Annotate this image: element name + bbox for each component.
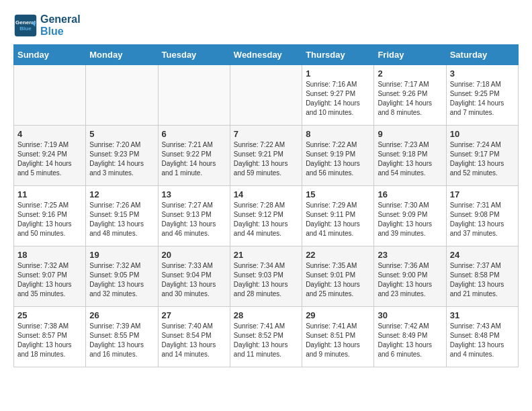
calendar-cell: 5Sunrise: 7:20 AM Sunset: 9:23 PM Daylig… bbox=[86, 126, 158, 186]
calendar-week: 25Sunrise: 7:38 AM Sunset: 8:57 PM Dayli… bbox=[14, 307, 519, 367]
cell-content: Sunrise: 7:37 AM Sunset: 8:58 PM Dayligh… bbox=[450, 261, 515, 299]
cell-content: Sunrise: 7:34 AM Sunset: 9:03 PM Dayligh… bbox=[234, 261, 298, 299]
calendar-cell bbox=[158, 65, 230, 126]
weekday-header: Thursday bbox=[302, 45, 374, 65]
calendar-cell: 24Sunrise: 7:37 AM Sunset: 8:58 PM Dayli… bbox=[446, 246, 518, 307]
day-number: 5 bbox=[89, 129, 154, 139]
cell-content: Sunrise: 7:16 AM Sunset: 9:27 PM Dayligh… bbox=[306, 80, 370, 118]
day-number: 6 bbox=[162, 129, 226, 139]
calendar-cell: 12Sunrise: 7:26 AM Sunset: 9:15 PM Dayli… bbox=[86, 186, 158, 246]
day-number: 28 bbox=[234, 310, 298, 320]
cell-content: Sunrise: 7:26 AM Sunset: 9:15 PM Dayligh… bbox=[89, 201, 154, 238]
cell-content: Sunrise: 7:36 AM Sunset: 9:00 PM Dayligh… bbox=[378, 261, 442, 299]
calendar-cell: 23Sunrise: 7:36 AM Sunset: 9:00 PM Dayli… bbox=[374, 246, 446, 307]
cell-content: Sunrise: 7:19 AM Sunset: 9:24 PM Dayligh… bbox=[17, 140, 82, 178]
weekday-header: Saturday bbox=[446, 45, 518, 65]
weekday-header: Tuesday bbox=[158, 45, 230, 65]
day-number: 25 bbox=[17, 310, 82, 320]
cell-content: Sunrise: 7:29 AM Sunset: 9:11 PM Dayligh… bbox=[306, 201, 370, 238]
calendar-cell: 19Sunrise: 7:32 AM Sunset: 9:05 PM Dayli… bbox=[86, 246, 158, 307]
calendar-cell: 15Sunrise: 7:29 AM Sunset: 9:11 PM Dayli… bbox=[302, 186, 374, 246]
day-number: 12 bbox=[89, 189, 154, 199]
cell-content: Sunrise: 7:32 AM Sunset: 9:07 PM Dayligh… bbox=[17, 261, 82, 299]
logo-text-line1: General bbox=[40, 13, 81, 26]
header: General Blue General Blue bbox=[13, 13, 519, 38]
calendar-cell: 7Sunrise: 7:22 AM Sunset: 9:21 PM Daylig… bbox=[230, 126, 302, 186]
cell-content: Sunrise: 7:30 AM Sunset: 9:09 PM Dayligh… bbox=[378, 201, 442, 238]
cell-content: Sunrise: 7:28 AM Sunset: 9:12 PM Dayligh… bbox=[234, 201, 298, 238]
header-row: SundayMondayTuesdayWednesdayThursdayFrid… bbox=[14, 45, 519, 65]
day-number: 13 bbox=[162, 189, 226, 199]
day-number: 7 bbox=[234, 129, 298, 139]
calendar-cell: 28Sunrise: 7:41 AM Sunset: 8:52 PM Dayli… bbox=[230, 307, 302, 367]
calendar-cell: 14Sunrise: 7:28 AM Sunset: 9:12 PM Dayli… bbox=[230, 186, 302, 246]
calendar-cell: 21Sunrise: 7:34 AM Sunset: 9:03 PM Dayli… bbox=[230, 246, 302, 307]
svg-text:Blue: Blue bbox=[19, 26, 32, 32]
day-number: 11 bbox=[17, 189, 82, 199]
cell-content: Sunrise: 7:25 AM Sunset: 9:16 PM Dayligh… bbox=[17, 201, 82, 238]
calendar-cell: 8Sunrise: 7:22 AM Sunset: 9:19 PM Daylig… bbox=[302, 126, 374, 186]
calendar-cell: 3Sunrise: 7:18 AM Sunset: 9:25 PM Daylig… bbox=[446, 65, 518, 126]
day-number: 15 bbox=[306, 189, 370, 199]
calendar-cell: 31Sunrise: 7:43 AM Sunset: 8:48 PM Dayli… bbox=[446, 307, 518, 367]
calendar-cell bbox=[86, 65, 158, 126]
day-number: 9 bbox=[378, 129, 442, 139]
calendar-cell: 17Sunrise: 7:31 AM Sunset: 9:08 PM Dayli… bbox=[446, 186, 518, 246]
day-number: 20 bbox=[162, 250, 226, 260]
logo: General Blue General Blue bbox=[13, 13, 81, 38]
weekday-header: Friday bbox=[374, 45, 446, 65]
day-number: 23 bbox=[378, 250, 442, 260]
cell-content: Sunrise: 7:27 AM Sunset: 9:13 PM Dayligh… bbox=[162, 201, 226, 238]
weekday-header: Sunday bbox=[14, 45, 86, 65]
day-number: 3 bbox=[450, 68, 515, 79]
cell-content: Sunrise: 7:22 AM Sunset: 9:19 PM Dayligh… bbox=[306, 140, 370, 178]
calendar-cell: 2Sunrise: 7:17 AM Sunset: 9:26 PM Daylig… bbox=[374, 65, 446, 126]
calendar-week: 1Sunrise: 7:16 AM Sunset: 9:27 PM Daylig… bbox=[14, 65, 519, 126]
day-number: 8 bbox=[306, 129, 370, 139]
calendar-cell bbox=[230, 65, 302, 126]
cell-content: Sunrise: 7:40 AM Sunset: 8:54 PM Dayligh… bbox=[162, 322, 226, 359]
cell-content: Sunrise: 7:22 AM Sunset: 9:21 PM Dayligh… bbox=[234, 140, 298, 178]
logo-text-line2: Blue bbox=[40, 26, 81, 38]
calendar-cell: 10Sunrise: 7:24 AM Sunset: 9:17 PM Dayli… bbox=[446, 126, 518, 186]
calendar-body: 1Sunrise: 7:16 AM Sunset: 9:27 PM Daylig… bbox=[14, 65, 519, 367]
day-number: 2 bbox=[378, 68, 442, 79]
calendar-cell: 18Sunrise: 7:32 AM Sunset: 9:07 PM Dayli… bbox=[14, 246, 86, 307]
day-number: 18 bbox=[17, 250, 82, 260]
cell-content: Sunrise: 7:23 AM Sunset: 9:18 PM Dayligh… bbox=[378, 140, 442, 178]
cell-content: Sunrise: 7:43 AM Sunset: 8:48 PM Dayligh… bbox=[450, 322, 515, 359]
day-number: 27 bbox=[162, 310, 226, 320]
weekday-header: Monday bbox=[86, 45, 158, 65]
cell-content: Sunrise: 7:41 AM Sunset: 8:51 PM Dayligh… bbox=[306, 322, 370, 359]
weekday-header: Wednesday bbox=[230, 45, 302, 65]
calendar-cell: 1Sunrise: 7:16 AM Sunset: 9:27 PM Daylig… bbox=[302, 65, 374, 126]
calendar-cell: 16Sunrise: 7:30 AM Sunset: 9:09 PM Dayli… bbox=[374, 186, 446, 246]
calendar-cell: 9Sunrise: 7:23 AM Sunset: 9:18 PM Daylig… bbox=[374, 126, 446, 186]
day-number: 29 bbox=[306, 310, 370, 320]
calendar-week: 18Sunrise: 7:32 AM Sunset: 9:07 PM Dayli… bbox=[14, 246, 519, 307]
day-number: 24 bbox=[450, 250, 515, 260]
calendar-table: SundayMondayTuesdayWednesdayThursdayFrid… bbox=[13, 44, 519, 367]
day-number: 30 bbox=[378, 310, 442, 320]
cell-content: Sunrise: 7:17 AM Sunset: 9:26 PM Dayligh… bbox=[378, 80, 442, 118]
cell-content: Sunrise: 7:41 AM Sunset: 8:52 PM Dayligh… bbox=[234, 322, 298, 359]
calendar-cell: 25Sunrise: 7:38 AM Sunset: 8:57 PM Dayli… bbox=[14, 307, 86, 367]
day-number: 19 bbox=[89, 250, 154, 260]
day-number: 4 bbox=[17, 129, 82, 139]
day-number: 17 bbox=[450, 189, 515, 199]
cell-content: Sunrise: 7:35 AM Sunset: 9:01 PM Dayligh… bbox=[306, 261, 370, 299]
calendar-cell: 13Sunrise: 7:27 AM Sunset: 9:13 PM Dayli… bbox=[158, 186, 230, 246]
logo-icon: General Blue bbox=[13, 13, 38, 38]
calendar-cell: 29Sunrise: 7:41 AM Sunset: 8:51 PM Dayli… bbox=[302, 307, 374, 367]
cell-content: Sunrise: 7:31 AM Sunset: 9:08 PM Dayligh… bbox=[450, 201, 515, 238]
calendar-header: SundayMondayTuesdayWednesdayThursdayFrid… bbox=[14, 45, 519, 65]
day-number: 22 bbox=[306, 250, 370, 260]
calendar-cell: 4Sunrise: 7:19 AM Sunset: 9:24 PM Daylig… bbox=[14, 126, 86, 186]
day-number: 31 bbox=[450, 310, 515, 320]
cell-content: Sunrise: 7:39 AM Sunset: 8:55 PM Dayligh… bbox=[89, 322, 154, 359]
calendar-cell: 6Sunrise: 7:21 AM Sunset: 9:22 PM Daylig… bbox=[158, 126, 230, 186]
cell-content: Sunrise: 7:24 AM Sunset: 9:17 PM Dayligh… bbox=[450, 140, 515, 178]
day-number: 21 bbox=[234, 250, 298, 260]
calendar-cell: 26Sunrise: 7:39 AM Sunset: 8:55 PM Dayli… bbox=[86, 307, 158, 367]
calendar-cell: 22Sunrise: 7:35 AM Sunset: 9:01 PM Dayli… bbox=[302, 246, 374, 307]
